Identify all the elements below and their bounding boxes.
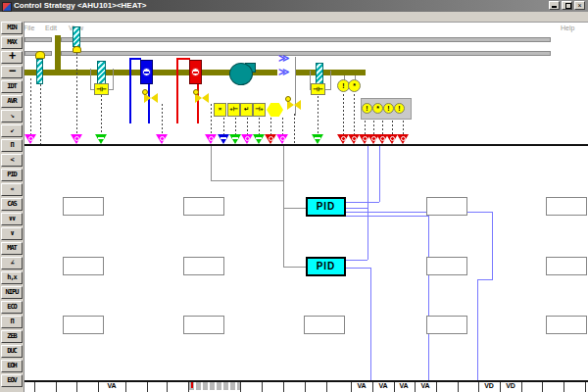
function-box[interactable]	[63, 197, 104, 216]
pid-block[interactable]: PID	[306, 257, 346, 276]
sensor-icon[interactable]: *	[372, 103, 383, 114]
wire	[477, 279, 493, 280]
dp-tapping-line	[330, 71, 331, 89]
io-triangle[interactable]	[229, 134, 241, 144]
function-box[interactable]	[426, 257, 467, 275]
io-cell-label[interactable]: VA	[378, 382, 387, 389]
hexagon-block[interactable]	[267, 103, 283, 117]
io-triangle[interactable]	[397, 134, 409, 144]
io-cell-divider	[305, 382, 306, 392]
io-cell-divider	[262, 382, 263, 392]
io-triangle-marker	[98, 137, 104, 139]
valve-icon[interactable]	[202, 93, 209, 103]
sensor-wire	[30, 78, 31, 134]
io-triangle-marker	[401, 136, 406, 141]
function-box[interactable]	[63, 316, 104, 334]
sensor-icon[interactable]: !	[383, 103, 394, 114]
io-cell-divider	[521, 382, 522, 392]
io-cell-divider	[351, 382, 352, 392]
fan-icon[interactable]	[229, 63, 253, 85]
io-cell-divider	[147, 382, 148, 392]
damper[interactable]	[36, 59, 43, 84]
function-box[interactable]	[304, 316, 345, 334]
io-cell-divider	[394, 382, 395, 392]
title-bar: Control Strategy <AHU101><HEAT> ×	[0, 0, 588, 12]
function-box[interactable]	[183, 197, 224, 216]
restore-button[interactable]	[562, 1, 572, 10]
pump-icon	[193, 72, 198, 74]
wire	[345, 212, 492, 213]
dp-sensor[interactable]: ⊣⊢	[311, 83, 325, 95]
sensor-wire	[259, 118, 260, 134]
dp-sensor[interactable]: ⊣⊢	[94, 83, 109, 95]
io-cell-label[interactable]: VA	[399, 382, 408, 389]
io-triangle[interactable]	[241, 134, 253, 144]
wire	[345, 216, 428, 217]
io-cell-divider	[98, 382, 99, 392]
io-triangle[interactable]	[205, 134, 217, 144]
symbol-block-b[interactable]: ↵	[240, 103, 253, 117]
io-cell-label[interactable]: VA	[420, 382, 429, 389]
io-triangle-marker	[352, 136, 357, 141]
damper-actuator-icon	[73, 46, 81, 53]
return-damper[interactable]	[316, 63, 323, 84]
io-triangle[interactable]	[95, 134, 107, 144]
sensor-icon[interactable]: *	[348, 79, 361, 92]
airflow-arrow-icon: ≫	[278, 53, 290, 64]
symbol-block-multiply[interactable]: ×	[214, 103, 226, 117]
sensor-wire	[270, 118, 271, 134]
io-cell-label[interactable]: VD	[506, 382, 515, 389]
sensor-wire	[392, 121, 393, 134]
io-triangle[interactable]	[253, 134, 265, 144]
dp-tapping-line	[90, 69, 91, 89]
io-cell-label[interactable]: VD	[484, 382, 494, 389]
io-cell-label[interactable]: VA	[357, 382, 366, 389]
io-triangle-shape	[95, 134, 107, 144]
valve-actuator-icon	[285, 96, 291, 102]
io-triangle[interactable]	[218, 134, 229, 144]
io-rail	[24, 144, 588, 146]
function-box[interactable]	[426, 197, 467, 216]
function-box[interactable]	[546, 316, 587, 334]
symbol-block-c[interactable]: ⊣+	[253, 103, 266, 117]
close-button[interactable]: ×	[574, 1, 585, 10]
wire	[368, 146, 368, 260]
sensor-icon[interactable]: !	[362, 103, 372, 114]
function-box[interactable]	[183, 257, 224, 275]
io-triangle-marker	[390, 136, 395, 141]
damper[interactable]	[73, 26, 80, 47]
function-box[interactable]	[183, 316, 224, 334]
canvas: ⊣⊢ ≫ ≫ × +⊢ ↵ ⊣+ ⊣⊢	[0, 22, 588, 392]
connector	[283, 208, 306, 209]
sensor-wire	[343, 94, 344, 134]
damper-actuator-icon	[35, 51, 45, 59]
io-triangle-shape	[229, 134, 241, 144]
io-cell-label[interactable]: VA	[107, 382, 116, 389]
io-triangle[interactable]	[24, 134, 36, 144]
filter[interactable]	[97, 61, 106, 84]
io-triangle[interactable]	[312, 134, 323, 144]
hot-water-pipe	[176, 58, 178, 123]
io-triangle[interactable]	[71, 134, 82, 144]
sensor-wire	[365, 121, 366, 134]
io-triangle[interactable]	[156, 134, 168, 144]
wire	[345, 202, 379, 203]
io-triangle-marker	[245, 136, 250, 141]
io-triangle-marker	[315, 137, 320, 139]
duct-outline	[24, 37, 52, 42]
function-box[interactable]	[546, 197, 587, 216]
minimize-button[interactable]	[549, 1, 560, 10]
io-module-strip[interactable]	[189, 382, 240, 390]
function-box[interactable]	[546, 257, 587, 275]
sensor-icon[interactable]: !	[394, 103, 405, 114]
valve-icon[interactable]	[151, 93, 158, 103]
dp-tapping-line	[113, 69, 114, 89]
function-box[interactable]	[426, 316, 467, 334]
function-box[interactable]	[63, 257, 104, 275]
io-triangle-marker	[74, 136, 79, 141]
pid-block[interactable]: PID	[306, 197, 346, 217]
io-triangle[interactable]	[276, 134, 288, 144]
io-triangle[interactable]	[265, 134, 276, 144]
valve-icon[interactable]	[294, 100, 301, 110]
symbol-block-a[interactable]: +⊢	[227, 103, 240, 117]
